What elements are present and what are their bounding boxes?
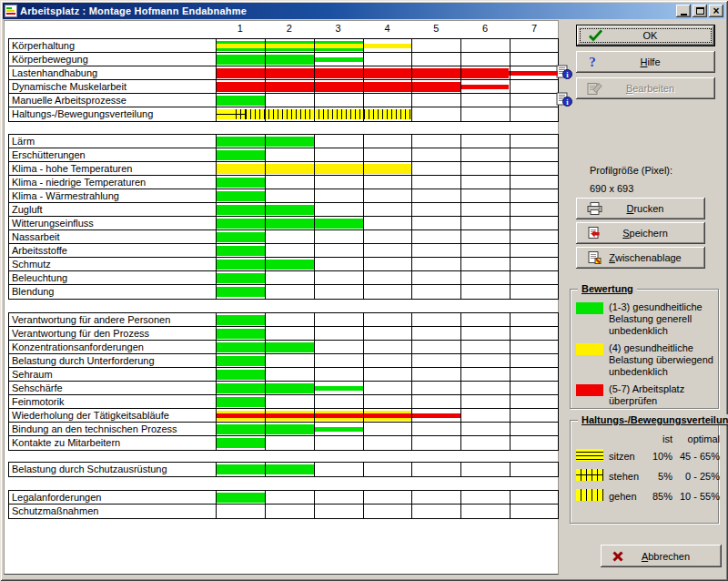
- chart-row: Beleuchtung: [9, 271, 558, 285]
- speichern-button[interactable]: Speichern: [576, 222, 705, 244]
- row-grid: [217, 313, 558, 326]
- symbol-cell: [576, 448, 609, 464]
- chart-row: Nassarbeit: [9, 230, 558, 244]
- grid-lines: [217, 505, 558, 518]
- row-label: Legalanforderungen: [9, 491, 217, 504]
- chart-row: Kontakte zu Mitarbeitern: [9, 436, 558, 450]
- chart-row: Erschütterungen: [9, 148, 558, 162]
- optimal-value: 45 - 65%: [672, 451, 720, 462]
- symbol-cell: [576, 488, 609, 505]
- row-grid: [217, 382, 558, 394]
- thick-value-bar: [217, 137, 314, 147]
- save-icon: [587, 227, 602, 240]
- row-label: Schutzmaßnahmen: [9, 505, 217, 518]
- grid-lines: [217, 230, 558, 243]
- chart-row: Belastung durch Unterforderung: [9, 354, 558, 368]
- maximize-icon: [696, 7, 704, 15]
- row-grid: [217, 395, 558, 408]
- chart-row: Manuelle Arbeitsprozesse: [9, 94, 558, 107]
- row-label: Verantwortung für andere Personen: [9, 313, 217, 326]
- chart-row: Verantwortung für andere Personen: [9, 313, 558, 327]
- row-label: Erschütterungen: [9, 148, 217, 161]
- ok-button[interactable]: OK: [576, 25, 715, 46]
- legend-color-swatch: [576, 384, 603, 396]
- scale-number: 7: [510, 23, 559, 37]
- row-label: Belastung durch Unterforderung: [9, 354, 217, 367]
- thick-value-bar: [217, 178, 266, 188]
- profile-groups: KörperhaltungKörperbewegungLastenhandhab…: [8, 21, 558, 519]
- gehen-segment: [246, 109, 411, 119]
- row-label: Bindung an den technischen Prozess: [9, 423, 217, 435]
- row-grid: [217, 463, 558, 476]
- zwischenablage-button[interactable]: Zwischenablage: [576, 247, 705, 269]
- row-label: Blendung: [9, 285, 217, 299]
- thick-value-bar: [217, 164, 411, 174]
- thick-value-bar: [217, 397, 266, 407]
- row-label: Zugluft: [9, 203, 217, 216]
- grid-lines: [217, 94, 558, 107]
- bewertung-legend: Bewertung (1-3) gesundheitliche Belastun…: [570, 289, 719, 409]
- row-label: Klima - niedrige Temperaturen: [9, 176, 217, 189]
- svg-text:?: ?: [589, 55, 596, 69]
- thin-value-bar: [217, 85, 509, 89]
- profile-chart-canvas: 1234567 KörperhaltungKörperbewegungLaste…: [4, 20, 559, 575]
- posture-name: gehen: [609, 491, 645, 502]
- close-button[interactable]: ×: [709, 5, 723, 17]
- chart-row: Haltungs-/Bewegungsverteilung: [9, 107, 558, 121]
- posture-name: sitzen: [609, 451, 645, 462]
- row-label: Nassarbeit: [9, 230, 217, 243]
- grid-lines: [217, 176, 558, 189]
- button-label: OK: [577, 30, 714, 41]
- hilfe-button[interactable]: ?Hilfe: [576, 51, 715, 73]
- thick-value-bar: [217, 356, 266, 366]
- row-label: Klima - Wärmestrahlung: [9, 189, 217, 202]
- sitzen-symbol: [576, 449, 603, 461]
- ist-value: 5%: [645, 471, 672, 482]
- thick-value-bar: [217, 205, 314, 215]
- row-label: Dynamische Muskelarbeit: [9, 80, 217, 93]
- row-grid: [217, 258, 558, 270]
- row-label: Verantwortung für den Prozess: [9, 327, 217, 340]
- row-label: Beleuchtung: [9, 271, 217, 284]
- grid-lines: [217, 271, 558, 284]
- abbrechen-button[interactable]: Abbrechen: [601, 545, 722, 567]
- thick-value-bar: [217, 329, 266, 339]
- titlebar[interactable]: Arbeitsplatz : Montage Hofmann Endabnahm…: [3, 3, 725, 19]
- drucken-button[interactable]: Drucken: [576, 198, 705, 219]
- row-label: Sehraum: [9, 368, 217, 381]
- symbol-cell: [576, 468, 609, 484]
- profile-size-value: 690 x 693: [590, 183, 633, 194]
- chart-row: Belastung durch Schutzausrüstung: [9, 463, 558, 476]
- scale-number: 5: [411, 23, 460, 37]
- profile-group: Belastung durch Schutzausrüstung: [8, 462, 559, 477]
- row-label: Lastenhandhabung: [9, 66, 217, 79]
- chart-row: Sehraum: [9, 368, 558, 382]
- row-grid: [217, 285, 558, 299]
- chart-row: Körperbewegung: [9, 53, 558, 66]
- chart-row: Verantwortung für den Prozess: [9, 327, 558, 341]
- bearbeiten-button[interactable]: Bearbeiten: [576, 77, 715, 99]
- grid-lines: [217, 491, 558, 504]
- thick-value-bar: [217, 370, 266, 380]
- row-grid: [217, 409, 558, 422]
- grid-lines: [217, 368, 558, 381]
- thick-value-bar: [217, 464, 314, 474]
- ist-value: 85%: [645, 491, 672, 502]
- chart-row: Klima - Wärmestrahlung: [9, 189, 558, 203]
- row-label: Manuelle Arbeitsprozesse: [9, 94, 217, 107]
- chart-row: Blendung: [9, 285, 558, 299]
- row-grid: [217, 271, 558, 284]
- row-grid: [217, 162, 558, 175]
- minimize-button[interactable]: [676, 5, 691, 17]
- thick-value-bar: [217, 493, 266, 503]
- optimal-value: 0 - 25%: [672, 471, 720, 482]
- chart-row: Konzentrationsanforderungen: [9, 341, 558, 354]
- window-title: Arbeitsplatz : Montage Hofmann Endabnahm…: [20, 5, 676, 16]
- thick-value-bar: [217, 219, 363, 229]
- profile-group: KörperhaltungKörperbewegungLastenhandhab…: [8, 38, 559, 122]
- row-grid: [217, 107, 558, 121]
- maximize-button[interactable]: [693, 5, 707, 17]
- row-grid: [217, 189, 558, 202]
- profile-group: Verantwortung für andere PersonenVerantw…: [8, 312, 559, 451]
- optimal-column-header: optimal: [672, 433, 720, 444]
